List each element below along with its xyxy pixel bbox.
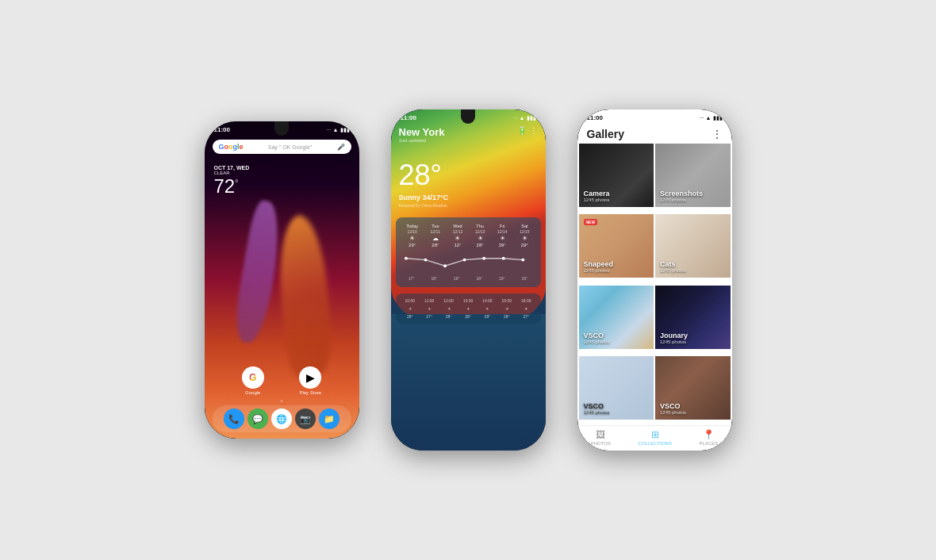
- gallery-item-vsco1[interactable]: VSCO 1245 photos: [579, 286, 654, 349]
- cats-album-bg: Cats 1245 photos: [655, 214, 731, 278]
- camera-album-count: 1245 photos: [584, 198, 610, 202]
- weather-bg-bottom: [391, 314, 546, 451]
- camera-notch-3: [647, 109, 662, 124]
- cats-album-label: Cats: [660, 260, 686, 268]
- weather-date: OCT 17, WED: [214, 165, 350, 171]
- snapeed-album-count: 1245 photos: [584, 268, 614, 273]
- status-time-3: 11:00: [587, 114, 603, 121]
- status-bar-2: 11:00 ··· ▲ ▮▮▮: [391, 109, 546, 123]
- vsco2-album-label: VSCO: [584, 402, 610, 410]
- weather-widget: OCT 17, WED CLEAR 72°: [205, 159, 359, 204]
- dock: 📞 💬 🌐 📷 📁: [213, 405, 351, 432]
- camera-dock-icon[interactable]: 📷: [295, 408, 316, 429]
- hourly-times: 10:00 11:00 12:00 13:00 14:00 15:00 16:0…: [396, 297, 541, 305]
- phone-gallery: 11:00 ··· ▲ ▮▮▮ Gallery ⋮ Camera: [577, 109, 732, 451]
- battery-icon: 🔋: [517, 126, 527, 135]
- screenshots-album-label: Screenshots: [660, 190, 703, 198]
- gallery-item-cats[interactable]: Cats 1245 photos: [655, 214, 731, 278]
- jounary-album-count: 1245 photos: [660, 339, 688, 344]
- play-store-app[interactable]: ▶ Play Store: [299, 366, 321, 395]
- svg-point-1: [424, 259, 427, 262]
- svg-point-3: [462, 259, 466, 262]
- svg-point-4: [482, 257, 485, 260]
- screenshots-album-count: 1245 photos: [660, 198, 703, 202]
- forecast-fri: Fri 12/14 ☀ 29°: [497, 224, 508, 247]
- phone-dock-icon[interactable]: 📞: [224, 408, 244, 429]
- vsco1-album-bg: VSCO 1245 photos: [579, 286, 654, 349]
- phone-home: 11:00 ··· ▲ ▮▮▮ Google Say " OK Google" …: [205, 121, 359, 439]
- svg-point-5: [501, 257, 504, 260]
- google-search-bar[interactable]: Google Say " OK Google" 🎤: [213, 140, 351, 154]
- hourly-icons: ☀ ☀ ☀ ☀ ☀ ☀ ☀: [396, 305, 541, 313]
- forecast-thu: Thu 12/13 ☀ 28°: [475, 224, 485, 247]
- gallery-item-camera[interactable]: Camera 1245 photos: [579, 144, 654, 207]
- last-updated: Just updated: [399, 138, 445, 143]
- gallery-item-snapeed[interactable]: NEW Snapeed 1245 photos: [579, 214, 654, 278]
- svg-point-0: [404, 257, 407, 260]
- gallery-grid: Camera 1245 photos Screenshots 1245 phot…: [577, 144, 732, 425]
- gallery-item-screenshots[interactable]: Screenshots 1245 photos: [655, 144, 731, 207]
- vsco1-album-label: VSCO: [584, 332, 610, 339]
- photos-tab-label: PHOTOS: [591, 441, 611, 446]
- powered-by: Powered By China Weather: [399, 203, 538, 208]
- gallery-tab-bar: 🖼 PHOTOS ⊞ COLLECTIONS 📍 PLACES: [577, 425, 732, 451]
- vsco2-album-bg: VSCO 1245 photos: [579, 356, 654, 420]
- collections-tab-icon: ⊞: [651, 429, 659, 440]
- status-icons-3: ··· ▲ ▮▮▮: [700, 115, 723, 121]
- gallery-title: Gallery: [587, 128, 624, 140]
- google-app-icon[interactable]: G: [242, 366, 264, 389]
- cats-album-count: 1245 photos: [660, 268, 686, 273]
- google-app[interactable]: G Google: [242, 366, 264, 395]
- places-tab-label: PLACES: [700, 441, 719, 446]
- gallery-item-jounary[interactable]: Jounary 1245 photos: [655, 286, 731, 349]
- temp-chart: [396, 251, 541, 273]
- camera-notch: [274, 121, 289, 136]
- menu-dots-icon[interactable]: ⋮: [530, 126, 538, 135]
- screenshots-album-bg: Screenshots 1245 photos: [655, 144, 731, 207]
- files-dock-icon[interactable]: 📁: [319, 408, 339, 429]
- microphone-icon[interactable]: 🎤: [337, 144, 345, 151]
- messages-dock-icon[interactable]: 💬: [247, 408, 268, 429]
- forecast-sat: Sat 12/15 ☀ 29°: [520, 224, 530, 247]
- collections-tab-label: COLLECTIONS: [639, 441, 672, 446]
- more-options-icon[interactable]: ⋮: [712, 128, 723, 140]
- chrome-dock-icon[interactable]: 🌐: [271, 408, 292, 429]
- google-app-label: Google: [245, 390, 260, 395]
- jounary-album-bg: Jounary 1245 photos: [655, 286, 731, 349]
- forecast-row: Today 12/10 ☀ 29° Tue 12/11 ☁ 28° Wed 12…: [396, 221, 541, 251]
- vsco3-album-label: VSCO: [660, 402, 686, 410]
- low-temps-row: 17° 18° 19° 18° 19° 19°: [396, 273, 541, 284]
- tab-collections[interactable]: ⊞ COLLECTIONS: [639, 429, 672, 446]
- tab-places[interactable]: 📍 PLACES: [700, 429, 719, 446]
- tab-photos[interactable]: 🖼 PHOTOS: [591, 429, 611, 446]
- gallery-header: Gallery ⋮: [577, 123, 732, 144]
- weather-temperature: 72°: [214, 175, 350, 198]
- photos-tab-icon: 🖼: [596, 429, 605, 440]
- google-logo: Google: [219, 143, 244, 151]
- snapeed-album-bg: NEW Snapeed 1245 photos: [579, 214, 654, 278]
- current-temperature: 28°: [399, 159, 538, 192]
- play-store-icon[interactable]: ▶: [299, 366, 321, 389]
- svg-point-2: [443, 264, 447, 267]
- weather-description: Sunny 34/17°C: [399, 194, 538, 201]
- hourly-temps: 28° 27° 28° 28° 28° 28° 27°: [396, 313, 541, 320]
- new-badge: NEW: [584, 219, 598, 225]
- places-tab-icon: 📍: [703, 429, 715, 440]
- vsco3-album-bg: VSCO 1245 photos: [655, 356, 731, 420]
- camera-album-label: Camera: [584, 190, 610, 198]
- jounary-album-label: Jounary: [660, 332, 688, 339]
- phone-weather: 11:00 ··· ▲ ▮▮▮ New York Just updated 🔋: [391, 109, 546, 451]
- app-grid: G Google ▶ Play Store: [205, 366, 359, 395]
- forecast-tue: Tue 12/11 ☁ 28°: [431, 224, 441, 247]
- home-indicator[interactable]: ^: [280, 398, 283, 405]
- gallery-item-vsco2[interactable]: VSCO 1245 photos: [579, 356, 654, 420]
- status-time: 11:00: [214, 126, 230, 133]
- vsco2-album-count: 1245 photos: [584, 410, 610, 415]
- city-name: New York: [399, 126, 445, 138]
- forecast-today: Today 12/10 ☀ 29°: [406, 224, 418, 247]
- snapeed-album-label: Snapeed: [584, 260, 614, 268]
- status-time-2: 11:00: [401, 114, 416, 121]
- hourly-section: 10:00 11:00 12:00 13:00 14:00 15:00 16:0…: [396, 293, 541, 324]
- gallery-item-vsco3[interactable]: VSCO 1245 photos: [655, 356, 731, 420]
- google-search-hint: Say " OK Google": [247, 144, 334, 150]
